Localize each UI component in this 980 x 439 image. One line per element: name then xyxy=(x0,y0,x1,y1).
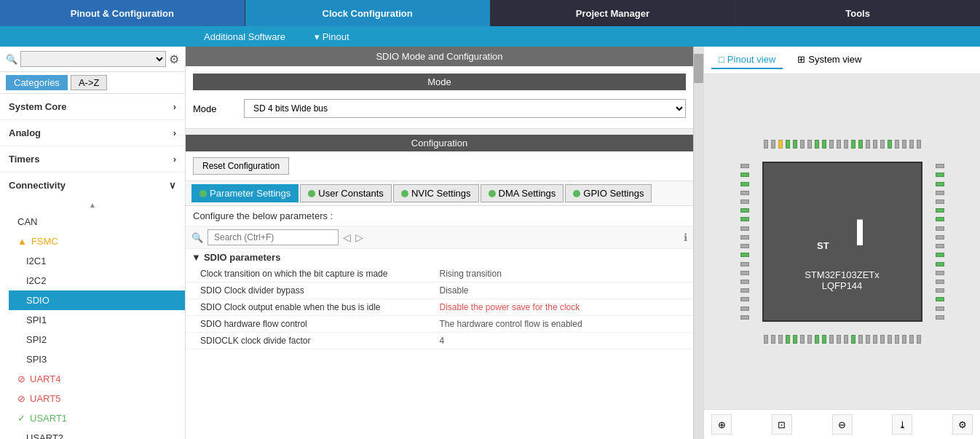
reset-configuration-button[interactable]: Reset Configuration xyxy=(193,157,289,175)
subnav-pinout[interactable]: ▾ Pinout xyxy=(300,31,363,42)
pin-top-9 xyxy=(822,140,826,149)
config-params-header: Configure the below parameters : xyxy=(186,206,693,226)
subnav-software[interactable]: Additional Software xyxy=(189,31,300,42)
pinout-panel: □ Pinout view ⊞ System view xyxy=(703,47,980,439)
sidebar-item-spi3[interactable]: SPI3 xyxy=(9,349,185,369)
nav-clock[interactable]: Clock Configuration xyxy=(245,0,491,26)
pin-right-18 xyxy=(936,315,944,320)
chip-logo: ST xyxy=(813,214,872,260)
tab-dma-settings[interactable]: DMA Settings xyxy=(481,184,564,202)
pin-bot-10 xyxy=(829,335,834,344)
search-dropdown[interactable] xyxy=(20,51,166,67)
sidebar-item-fsmc[interactable]: ▲ FSMC xyxy=(9,232,185,251)
sidebar-item-i2c1[interactable]: I2C1 xyxy=(9,251,185,271)
fit-button[interactable]: ⊡ xyxy=(772,414,792,435)
pin-bot-16 xyxy=(873,335,877,344)
sidebar-item-spi2[interactable]: SPI2 xyxy=(9,330,185,349)
pin-right-14 xyxy=(936,280,944,284)
sidebar-item-usart2[interactable]: USART2 xyxy=(9,428,185,439)
zoom-in-button[interactable]: ⊕ xyxy=(711,414,732,435)
tab-parameter-settings[interactable]: Parameter Settings xyxy=(191,184,299,202)
param-row-3: SDIO hardware flow control The hardware … xyxy=(186,316,693,333)
nav-tools[interactable]: Tools xyxy=(735,0,980,26)
vertical-scrollbar[interactable] xyxy=(693,47,703,439)
pin-right-4 xyxy=(936,191,944,195)
sidebar-item-i2c2[interactable]: I2C2 xyxy=(9,271,185,290)
chevron-right-icon: › xyxy=(173,101,176,112)
pin-left-10 xyxy=(740,244,749,248)
search-icon: 🔍 xyxy=(6,54,17,65)
top-navigation: Pinout & Configuration Clock Configurati… xyxy=(0,0,980,26)
prev-icon[interactable]: ◁ xyxy=(343,232,351,243)
pin-bot-2 xyxy=(771,335,775,344)
pin-top-11 xyxy=(837,140,841,149)
sidebar-item-spi1[interactable]: SPI1 xyxy=(9,310,185,330)
sidebar-item-uart5[interactable]: ⊘ UART5 xyxy=(9,389,185,408)
next-icon[interactable]: ▷ xyxy=(355,232,363,243)
section-system-core: System Core › xyxy=(0,94,185,120)
section-connectivity-header[interactable]: Connectivity ∨ xyxy=(0,173,185,198)
pin-left-12 xyxy=(740,262,749,266)
pinout-header: □ Pinout view ⊞ System view xyxy=(704,47,980,74)
more-button[interactable]: ⚙ xyxy=(952,414,973,435)
config-search-input[interactable] xyxy=(208,229,339,245)
pin-bot-5 xyxy=(793,335,797,344)
sidebar-item-can[interactable]: CAN xyxy=(9,212,185,232)
pin-right-6 xyxy=(936,208,944,213)
tab-az[interactable]: A->Z xyxy=(71,75,108,90)
tab-user-constants[interactable]: User Constants xyxy=(300,184,392,202)
tab-icon-2 xyxy=(308,190,315,197)
zoom-out-icon: ⊖ xyxy=(838,419,846,430)
pin-bot-21 xyxy=(909,335,914,344)
tab-nvic-settings[interactable]: NVIC Settings xyxy=(393,184,479,202)
pins-right xyxy=(936,162,944,322)
pin-left-17 xyxy=(740,306,749,311)
pinout-view-icon: □ xyxy=(719,54,724,65)
pin-left-5 xyxy=(740,199,749,204)
section-timers-header[interactable]: Timers › xyxy=(0,146,185,172)
nav-pinout[interactable]: Pinout & Configuration xyxy=(0,0,245,26)
pin-top-4 xyxy=(786,140,790,149)
config-tabs: Parameter Settings User Constants NVIC S… xyxy=(186,181,693,206)
pin-bot-20 xyxy=(902,335,906,344)
pin-bot-12 xyxy=(844,335,848,344)
gear-icon[interactable]: ⚙ xyxy=(169,52,179,66)
chevron-right-icon-3: › xyxy=(173,154,176,165)
pin-left-15 xyxy=(740,288,749,293)
scrollbar-thumb[interactable] xyxy=(694,54,703,83)
mode-select[interactable]: SD 4 bits Wide bus xyxy=(244,99,686,118)
pin-left-9 xyxy=(740,235,749,240)
svg-text:ST: ST xyxy=(817,240,829,251)
pin-top-3 xyxy=(778,140,783,149)
sidebar-item-uart4[interactable]: ⊘ UART4 xyxy=(9,369,185,389)
export-button[interactable]: ⤓ xyxy=(892,414,912,435)
pin-left-1 xyxy=(740,164,749,168)
tab-gpio-settings[interactable]: GPIO Settings xyxy=(565,184,652,202)
pin-bot-6 xyxy=(800,335,805,344)
sidebar-item-usart1[interactable]: ✓ USART1 xyxy=(9,408,185,428)
pin-left-4 xyxy=(740,191,749,195)
pin-top-20 xyxy=(902,140,906,149)
mode-header: Mode xyxy=(193,74,686,90)
system-view-icon: ⊞ xyxy=(797,54,805,65)
section-analog: Analog › xyxy=(0,120,185,146)
pinout-view-button[interactable]: □ Pinout view xyxy=(711,51,783,69)
chip-area: ST STM32F103ZETx LQFP144 xyxy=(704,74,980,409)
pin-right-13 xyxy=(936,271,944,275)
tab-categories[interactable]: Categories xyxy=(6,75,68,90)
section-system-core-header[interactable]: System Core › xyxy=(0,94,185,119)
tab-icon-5 xyxy=(573,190,580,197)
chip-container: ST STM32F103ZETx LQFP144 xyxy=(740,140,944,344)
params-table: ▼ SDIO parameters Clock transition on wh… xyxy=(186,249,693,439)
system-view-button[interactable]: ⊞ System view xyxy=(790,51,869,69)
section-analog-header[interactable]: Analog › xyxy=(0,120,185,146)
pin-bot-14 xyxy=(858,335,863,344)
section-timers: Timers › xyxy=(0,146,185,173)
nav-project[interactable]: Project Manager xyxy=(491,0,736,26)
config-header: Configuration xyxy=(186,135,693,151)
zoom-out-button[interactable]: ⊖ xyxy=(832,414,853,435)
pin-bot-19 xyxy=(895,335,899,344)
sidebar-item-sdio[interactable]: SDIO xyxy=(9,290,185,310)
pin-top-8 xyxy=(815,140,819,149)
sidebar-tabs: Categories A->Z xyxy=(0,72,185,94)
